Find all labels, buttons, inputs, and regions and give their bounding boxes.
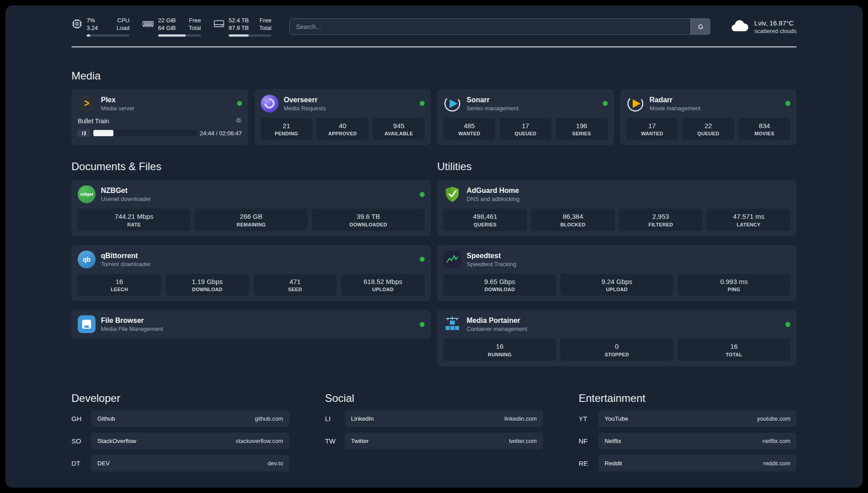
- app-name: Plex: [101, 96, 134, 104]
- sonarr-icon: [443, 95, 461, 113]
- bookmark-abbr: GH: [71, 415, 84, 422]
- bookmark-row: GH Github github.com: [71, 410, 289, 427]
- cpu-icon: [71, 18, 83, 31]
- settings-gear-icon[interactable]: [235, 117, 242, 125]
- status-dot: [420, 322, 425, 327]
- playback-time: 24:44 / 02:06:47: [200, 130, 242, 137]
- stat-tile: 1.19 GbpsDOWNLOAD: [166, 274, 249, 296]
- app-card-overseerr[interactable]: Overseerr Media Requests 21PENDING 40APP…: [255, 89, 431, 146]
- section-title-developer: Developer: [71, 392, 289, 405]
- stat-value: 1.19 Gbps: [167, 277, 247, 286]
- bookmark-abbr: LI: [325, 415, 338, 422]
- bookmark-link-reddit[interactable]: Reddit reddit.com: [598, 455, 797, 472]
- cpu-load-label: Load: [117, 25, 129, 32]
- stat-label: MOVIES: [740, 131, 789, 136]
- bookmark-link-netflix[interactable]: Netflix netflix.com: [598, 433, 797, 449]
- now-playing-widget: Bullet Train 24:44 / 02:06:47: [78, 117, 242, 137]
- radarr-icon: [626, 95, 644, 113]
- disk-icon: [213, 18, 225, 31]
- weather-widget: Lviv, 16.87°C scattered clouds: [730, 19, 797, 34]
- status-dot: [237, 101, 242, 106]
- app-card-nzbget[interactable]: nzbget NZBGet Usenet downloader 744.21 M…: [71, 180, 431, 236]
- stat-value: 16: [445, 342, 554, 351]
- app-subtitle: Container management: [467, 326, 527, 332]
- ram-metric: 22 GiBFree 64 GiBTotal: [142, 17, 201, 37]
- stat-label: DOWNLOAD: [445, 287, 554, 292]
- app-card-speedtest[interactable]: Speedtest Speedtest Tracking 9.65 GbpsDO…: [437, 245, 797, 301]
- stat-label: FILTERED: [621, 222, 701, 227]
- stat-value: 471: [255, 277, 335, 286]
- stat-value: 196: [558, 121, 606, 130]
- disk-progress-bar: [229, 34, 271, 37]
- app-subtitle: Media Requests: [284, 105, 326, 112]
- stat-value: 266 GB: [196, 212, 305, 221]
- bookmark-abbr: TW: [325, 437, 338, 445]
- stat-value: 17: [628, 121, 676, 130]
- ram-free-value: 22 GiB: [158, 17, 176, 25]
- stat-value: 39.6 TB: [314, 212, 423, 221]
- app-card-qbittorrent[interactable]: qb qBittorrent Torrent downloader 16LEEC…: [71, 245, 431, 301]
- stat-label: PING: [680, 287, 789, 292]
- bookmark-link-youtube[interactable]: YouTube youtube.com: [598, 410, 797, 427]
- section-title-documents: Documents & Files: [71, 160, 431, 173]
- system-metrics: 7%CPU 3.24Load 22 GiBFree 64 GiBTotal: [71, 17, 271, 37]
- app-name: AdGuard Home: [467, 186, 520, 195]
- app-card-sonarr[interactable]: Sonarr Series management 485WANTED 17QUE…: [437, 89, 614, 146]
- cpu-usage-label: CPU: [117, 17, 129, 25]
- bookmark-link-dev[interactable]: DEV dev.to: [91, 455, 289, 472]
- bookmark-name: YouTube: [605, 415, 628, 422]
- qbittorrent-icon: qb: [78, 251, 96, 268]
- stat-label: LATENCY: [709, 222, 789, 227]
- app-card-plex[interactable]: > Plex Media server Bullet Train: [71, 89, 248, 146]
- search-input[interactable]: [289, 18, 691, 35]
- overseerr-icon: [261, 95, 279, 113]
- section-title-social: Social: [325, 392, 543, 405]
- disk-free-value: 52.4 TB: [229, 17, 249, 25]
- app-name: Radarr: [650, 96, 701, 104]
- status-dot: [420, 257, 425, 262]
- bookmark-url: linkedin.com: [505, 415, 537, 422]
- stat-label: RATE: [79, 222, 188, 227]
- bookmark-url: twitter.com: [509, 438, 537, 444]
- stat-value: 618.52 Mbps: [343, 277, 423, 286]
- stat-tile: 22QUEUED: [682, 118, 734, 140]
- disk-total-label: Total: [259, 25, 271, 32]
- stat-tile: 744.21 MbpsRATE: [78, 209, 190, 231]
- stat-tile: 47.571 msLATENCY: [707, 209, 790, 231]
- app-card-radarr[interactable]: Radarr Movie management 17WANTED 22QUEUE…: [620, 89, 797, 146]
- bookmark-link-github[interactable]: Github github.com: [91, 410, 289, 427]
- app-card-portainer[interactable]: Media Portainer Container management 16R…: [437, 310, 797, 366]
- stat-value: 16: [680, 342, 789, 351]
- stat-tile: 834MOVIES: [739, 118, 790, 140]
- status-dot: [785, 101, 790, 106]
- stat-value: 40: [318, 121, 367, 130]
- bookmark-link-twitter[interactable]: Twitter twitter.com: [345, 433, 543, 449]
- bookmark-row: LI LinkedIn linkedin.com: [325, 410, 543, 427]
- playback-progress-bar[interactable]: [93, 130, 196, 136]
- utilities-column: Utilities AdGuard Home: [437, 160, 797, 366]
- bookmark-url: youtube.com: [757, 415, 790, 422]
- bookmark-link-stackoverflow[interactable]: StackOverflow stackoverflow.com: [91, 433, 289, 449]
- app-card-adguard[interactable]: AdGuard Home DNS and adblocking 498,461Q…: [437, 180, 797, 236]
- bookmark-row: DT DEV dev.to: [71, 455, 289, 472]
- bookmark-link-linkedin[interactable]: LinkedIn linkedin.com: [345, 410, 543, 427]
- stat-label: UPLOAD: [343, 287, 423, 292]
- stat-value: 17: [501, 121, 550, 130]
- stat-tile: 17QUEUED: [500, 118, 551, 140]
- status-dot: [603, 101, 608, 106]
- ram-free-label: Free: [189, 17, 201, 25]
- stat-label: SERIES: [558, 131, 606, 136]
- stat-label: BLOCKED: [533, 222, 613, 227]
- stat-value: 498,461: [445, 212, 525, 221]
- app-subtitle: Torrent downloader: [101, 261, 150, 267]
- status-dot: [785, 322, 790, 327]
- app-card-filebrowser[interactable]: File Browser Media File Management: [71, 310, 431, 338]
- bookmark-name: LinkedIn: [351, 415, 374, 422]
- pause-button[interactable]: [78, 130, 90, 137]
- stat-tile: 0.993 msPING: [678, 274, 790, 296]
- stat-label: SEED: [255, 287, 335, 292]
- stat-label: UPLOAD: [562, 287, 671, 292]
- disk-total-value: 97.9 TB: [229, 25, 249, 32]
- media-grid: > Plex Media server Bullet Train: [71, 89, 797, 146]
- search-engine-button[interactable]: G: [691, 18, 710, 35]
